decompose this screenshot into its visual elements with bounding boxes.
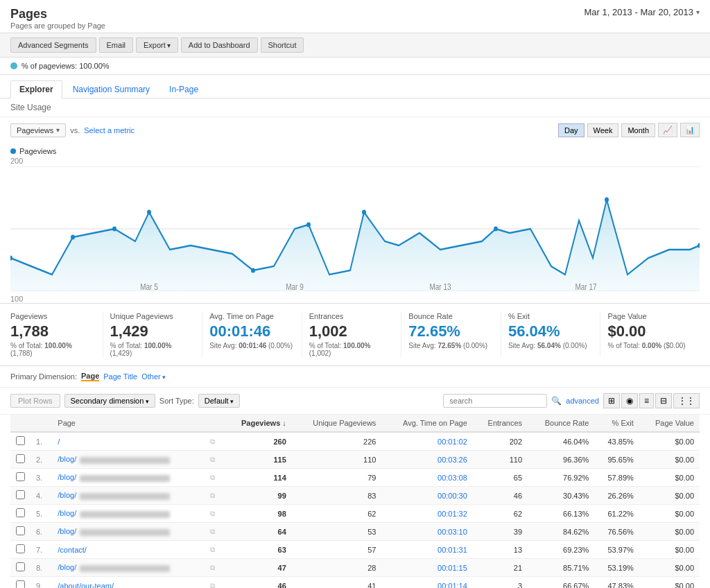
- row-checkbox-cell[interactable]: [10, 469, 31, 487]
- page-link[interactable]: /blog/: [58, 509, 76, 517]
- metric-select-dropdown[interactable]: Pageviews: [10, 123, 66, 137]
- advanced-segments-button[interactable]: Advanced Segments: [10, 37, 96, 53]
- dim-page-title-link[interactable]: Page Title: [103, 372, 137, 381]
- th-pageviews[interactable]: Pageviews ↓: [224, 415, 292, 432]
- row-avg-time: 00:01:31: [381, 541, 472, 559]
- row-checkbox[interactable]: [16, 544, 25, 553]
- page-link[interactable]: /about/our-team/: [58, 582, 114, 589]
- add-to-dashboard-button[interactable]: Add to Dashboard: [181, 37, 258, 53]
- th-page[interactable]: Page: [52, 415, 201, 432]
- tab-explorer[interactable]: Explorer: [10, 80, 62, 98]
- table-row: 5. /blog/ ⧉ 98 62 00:01:32 62 66.13% 61.…: [10, 505, 700, 523]
- row-avg-time: 00:01:32: [381, 505, 472, 523]
- tab-navigation-summary[interactable]: Navigation Summary: [64, 80, 159, 98]
- bar-chart-icon-button[interactable]: 📊: [680, 123, 700, 137]
- select-metric-link[interactable]: Select a metric: [84, 126, 135, 135]
- dim-page-link[interactable]: Page: [81, 372, 99, 381]
- row-checkbox-cell[interactable]: [10, 523, 31, 541]
- row-exit: 47.83%: [594, 577, 639, 589]
- dim-other-dropdown[interactable]: Other: [141, 372, 166, 381]
- grid-view-button[interactable]: ⊞: [603, 393, 620, 408]
- stat-unique-pageviews: Unique Pageviews 1,429 % of Total: 100.0…: [103, 312, 203, 357]
- copy-icon[interactable]: ⧉: [210, 438, 215, 445]
- copy-icon[interactable]: ⧉: [210, 564, 215, 571]
- row-checkbox-cell[interactable]: [10, 451, 31, 469]
- page-link[interactable]: /blog/: [58, 455, 76, 463]
- row-page[interactable]: /blog/: [52, 559, 201, 577]
- row-page[interactable]: /about/our-team/: [52, 577, 201, 589]
- row-checkbox[interactable]: [16, 508, 25, 517]
- stat-value-value: $0.00: [607, 322, 693, 340]
- page-link[interactable]: /blog/: [58, 563, 76, 571]
- row-checkbox[interactable]: [16, 472, 25, 481]
- row-page[interactable]: /contact/: [52, 541, 201, 559]
- row-unique: 41: [292, 577, 382, 589]
- shortcut-button[interactable]: Shortcut: [261, 37, 304, 53]
- row-checkbox[interactable]: [16, 454, 25, 463]
- th-bounce-rate[interactable]: Bounce Rate: [528, 415, 594, 432]
- sort-default-button[interactable]: Default: [198, 394, 240, 408]
- email-button[interactable]: Email: [99, 37, 134, 53]
- page-link[interactable]: /blog/: [58, 473, 76, 481]
- th-pct-exit[interactable]: % Exit: [594, 415, 639, 432]
- row-page[interactable]: /: [52, 432, 201, 451]
- row-page[interactable]: /blog/: [52, 523, 201, 541]
- page-link[interactable]: /blog/: [58, 527, 76, 535]
- tab-in-page[interactable]: In-Page: [160, 80, 207, 98]
- row-page[interactable]: /blog/: [52, 505, 201, 523]
- row-number: 2.: [31, 451, 52, 469]
- row-value: $0.00: [639, 487, 700, 505]
- row-checkbox-cell[interactable]: [10, 505, 31, 523]
- row-checkbox-cell[interactable]: [10, 559, 31, 577]
- row-checkbox[interactable]: [16, 580, 25, 588]
- th-avg-time[interactable]: Avg. Time on Page: [381, 415, 472, 432]
- copy-icon[interactable]: ⧉: [210, 492, 215, 499]
- row-unique: 226: [292, 432, 382, 451]
- pivot-view-button[interactable]: ⋮⋮: [673, 393, 700, 408]
- table-search-input[interactable]: [443, 394, 547, 408]
- stat-exit-value: 56.04%: [508, 322, 594, 340]
- row-checkbox[interactable]: [16, 490, 25, 499]
- svg-point-8: [306, 222, 311, 227]
- copy-icon[interactable]: ⧉: [210, 546, 215, 553]
- row-page[interactable]: /blog/: [52, 469, 201, 487]
- th-unique-pageviews[interactable]: Unique Pageviews: [292, 415, 382, 432]
- plot-rows-button[interactable]: Plot Rows: [10, 394, 60, 408]
- th-page-value[interactable]: Page Value: [639, 415, 700, 432]
- table-controls-left: Plot Rows Secondary dimension Sort Type:…: [10, 394, 240, 408]
- row-checkbox-cell[interactable]: [10, 432, 31, 451]
- export-button[interactable]: Export: [136, 37, 178, 53]
- copy-icon[interactable]: ⧉: [210, 528, 215, 535]
- row-page[interactable]: /blog/: [52, 451, 201, 469]
- th-entrances[interactable]: Entrances: [473, 415, 528, 432]
- page-link[interactable]: /: [58, 438, 60, 446]
- metric-select-label: Pageviews: [17, 126, 53, 135]
- row-checkbox[interactable]: [16, 526, 25, 535]
- copy-icon[interactable]: ⧉: [210, 456, 215, 463]
- day-button[interactable]: Day: [558, 123, 585, 137]
- row-copy-icon-cell: ⧉: [202, 577, 225, 589]
- list-view-button[interactable]: ≡: [639, 393, 654, 408]
- week-button[interactable]: Week: [587, 123, 619, 137]
- row-checkbox-cell[interactable]: [10, 541, 31, 559]
- month-button[interactable]: Month: [621, 123, 655, 137]
- row-bounce: 76.92%: [528, 469, 594, 487]
- row-copy-icon-cell: ⧉: [202, 505, 225, 523]
- advanced-link[interactable]: advanced: [566, 397, 599, 405]
- row-page[interactable]: /blog/: [52, 487, 201, 505]
- chart-view-button[interactable]: ◉: [621, 393, 638, 408]
- stat-exit-name: % Exit: [508, 312, 594, 320]
- page-link[interactable]: /contact/: [58, 546, 87, 554]
- copy-icon[interactable]: ⧉: [210, 582, 215, 588]
- date-range-picker[interactable]: Mar 1, 2013 - Mar 20, 2013 ▾: [584, 7, 700, 17]
- copy-icon[interactable]: ⧉: [210, 510, 215, 517]
- row-checkbox-cell[interactable]: [10, 487, 31, 505]
- row-checkbox-cell[interactable]: [10, 577, 31, 589]
- row-checkbox[interactable]: [16, 562, 25, 571]
- page-link[interactable]: /blog/: [58, 491, 76, 499]
- secondary-dimension-button[interactable]: Secondary dimension: [64, 394, 155, 408]
- compare-view-button[interactable]: ⊟: [655, 393, 672, 408]
- copy-icon[interactable]: ⧉: [210, 474, 215, 481]
- line-chart-icon-button[interactable]: 📈: [658, 123, 677, 137]
- row-checkbox[interactable]: [16, 436, 25, 445]
